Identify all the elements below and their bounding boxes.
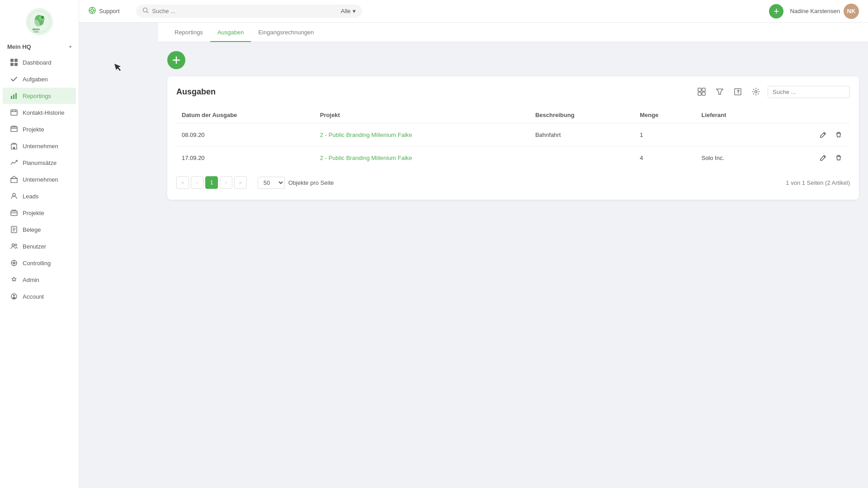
svg-text:GMBH: GMBH — [33, 31, 39, 33]
pagination-controls: « ‹ 1 › » — [176, 176, 247, 189]
sidebar-item-label: Planumsätze — [23, 160, 57, 166]
sidebar-item-label: Projekte — [23, 210, 44, 216]
first-page-button[interactable]: « — [176, 176, 189, 189]
table-actions — [695, 85, 850, 98]
topbar: Support Alle ▾ + Nadine Karstensen NK — [79, 0, 868, 23]
sidebar-item-reportings[interactable]: Reportings — [3, 88, 76, 104]
table-card-header: Ausgaben — [176, 85, 850, 98]
col-datum: Datum der Ausgabe — [176, 107, 315, 123]
table-search-input[interactable] — [773, 89, 845, 95]
next-page-button[interactable]: › — [220, 176, 232, 189]
sidebar-item-aufgaben[interactable]: Aufgaben — [3, 71, 76, 87]
svg-point-37 — [13, 295, 15, 296]
tab-eingangsrechnungen[interactable]: Eingangsrechnungen — [251, 23, 321, 42]
admin-icon — [10, 276, 18, 284]
sidebar: MEDIA GMBH Mein HQ ▾ Dashboard Aufgaben … — [0, 0, 79, 488]
sidebar-item-benutzer[interactable]: Benutzer — [3, 238, 76, 254]
sidebar-item-label: Account — [23, 293, 44, 300]
dashboard-icon — [10, 58, 18, 66]
sidebar-item-label: Controlling — [23, 260, 51, 267]
svg-rect-48 — [698, 88, 701, 91]
svg-point-3 — [41, 16, 44, 19]
sidebar-item-dashboard[interactable]: Dashboard — [3, 54, 76, 70]
sidebar-item-label: Reportings — [23, 93, 51, 99]
cell-datum: 08.09.20 — [176, 123, 315, 146]
tab-reportings[interactable]: Reportings — [167, 23, 210, 42]
svg-point-22 — [13, 193, 15, 196]
svg-point-28 — [12, 244, 14, 246]
pagination-bar: « ‹ 1 › » 10 25 50 100 Objekte pro Seite — [176, 169, 850, 191]
cell-datum: 17.09.20 — [176, 146, 315, 169]
delete-row-button[interactable] — [833, 152, 844, 164]
belege-icon — [10, 225, 18, 234]
sidebar-item-account[interactable]: Account — [3, 288, 76, 305]
support-link[interactable]: Support — [88, 6, 120, 16]
col-lieferant: Lieferant — [696, 107, 770, 123]
sidebar-item-label: Admin — [23, 277, 39, 283]
chevron-down-icon: ▾ — [353, 8, 356, 14]
cell-lieferant — [696, 123, 770, 146]
svg-line-45 — [146, 12, 148, 14]
prev-page-button[interactable]: ‹ — [191, 176, 203, 189]
tab-label: Eingangsrechnungen — [258, 29, 314, 36]
sidebar-nav: Mein HQ ▾ Dashboard Aufgaben Reportings — [0, 40, 79, 488]
last-page-button[interactable]: » — [234, 176, 247, 189]
sidebar-item-admin[interactable]: Admin — [3, 272, 76, 288]
search-input[interactable] — [152, 8, 337, 14]
support-icon — [88, 6, 96, 16]
svg-rect-8 — [14, 59, 18, 62]
tab-ausgaben[interactable]: Ausgaben — [210, 23, 251, 42]
topbar-right: + Nadine Karstensen NK — [769, 4, 859, 19]
export-icon[interactable] — [731, 85, 744, 98]
svg-rect-7 — [10, 59, 14, 62]
cell-menge: 4 — [634, 146, 696, 169]
sidebar-item-leads[interactable]: Leads — [3, 188, 76, 204]
unternehmen2-icon — [10, 175, 18, 183]
sidebar-item-projekte2[interactable]: Projekte — [3, 205, 76, 221]
svg-rect-12 — [13, 94, 14, 99]
table-title: Ausgaben — [176, 87, 216, 97]
company-logo: MEDIA GMBH — [26, 8, 53, 35]
cell-projekt: 2 - Public Branding Millenium Falke — [315, 146, 530, 169]
table-search-bar — [768, 86, 850, 98]
sidebar-item-label: Unternehmen — [23, 143, 58, 150]
projekte-icon — [10, 125, 18, 133]
search-scope-label: Alle — [341, 8, 351, 14]
sidebar-item-kontakt-historie[interactable]: Kontakt-Historie — [3, 104, 76, 121]
sidebar-section-header[interactable]: Mein HQ ▾ — [0, 40, 79, 54]
page-1-button[interactable]: 1 — [205, 176, 218, 189]
cell-actions — [770, 146, 850, 169]
main-content: Reportings Ausgaben Eingangsrechnungen A… — [158, 23, 868, 488]
col-actions — [770, 107, 850, 123]
settings-icon[interactable] — [750, 85, 762, 98]
cell-menge: 1 — [634, 123, 696, 146]
ausgaben-table-card: Ausgaben — [167, 76, 859, 200]
sidebar-item-unternehmen2[interactable]: Unternehmen — [3, 171, 76, 188]
topbar-user[interactable]: Nadine Karstensen NK — [790, 4, 859, 19]
kontakt-icon — [10, 108, 18, 117]
page-info: 1 von 1 Seiten (2 Artikel) — [786, 179, 850, 186]
filter-icon[interactable] — [713, 85, 726, 98]
delete-row-button[interactable] — [833, 129, 844, 141]
sidebar-item-label: Unternehmen — [23, 176, 58, 183]
edit-row-button[interactable] — [817, 152, 829, 164]
edit-row-button[interactable] — [817, 129, 829, 141]
sidebar-item-label: Benutzer — [23, 243, 46, 250]
topbar-add-button[interactable]: + — [769, 4, 783, 19]
svg-rect-23 — [11, 211, 17, 216]
page-size-select[interactable]: 10 25 50 100 — [258, 177, 285, 189]
svg-rect-10 — [14, 63, 18, 66]
search-scope-selector[interactable]: Alle ▾ — [341, 8, 356, 14]
col-beschreibung: Beschreibung — [530, 107, 634, 123]
sidebar-item-label: Belege — [23, 226, 41, 233]
col-menge: Menge — [634, 107, 696, 123]
sidebar-item-projekte1[interactable]: Projekte — [3, 121, 76, 137]
add-ausgabe-button[interactable] — [167, 51, 185, 69]
sidebar-item-unternehmen1[interactable]: Unternehmen — [3, 138, 76, 154]
sidebar-item-controlling[interactable]: Controlling — [3, 255, 76, 271]
sidebar-item-planumsaetze[interactable]: Planumsätze — [3, 155, 76, 171]
sidebar-item-belege[interactable]: Belege — [3, 221, 76, 238]
sidebar-item-label: Projekte — [23, 126, 44, 133]
table-view-icon[interactable] — [695, 85, 708, 98]
account-icon — [10, 292, 18, 300]
